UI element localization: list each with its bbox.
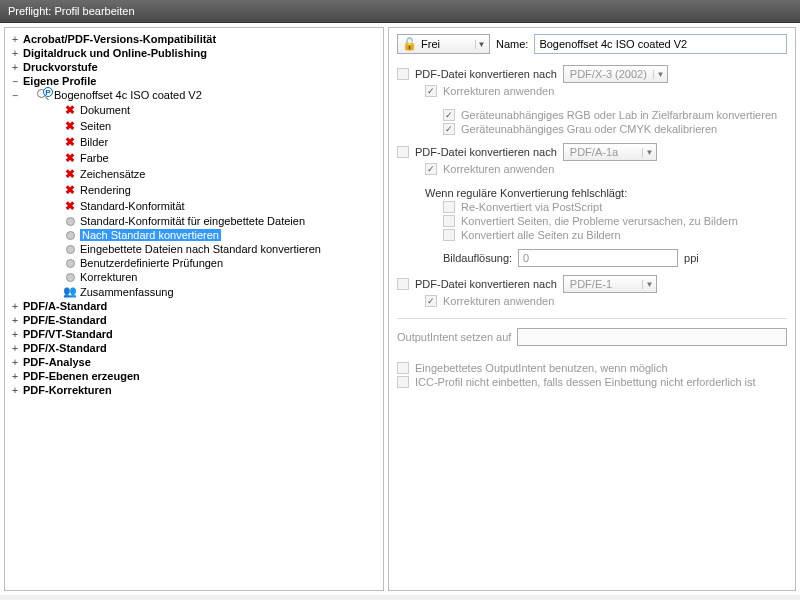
tree-group-pdf-ebenen[interactable]: +PDF-Ebenen erzeugen [5, 369, 383, 383]
dot-icon [66, 231, 75, 240]
tree-item-zusammenfassung[interactable]: 👥Zusammenfassung [5, 284, 383, 299]
tree-item-label: PDF-Korrekturen [23, 384, 112, 396]
select-pdfx-version[interactable]: PDF/X-3 (2002) ▼ [563, 65, 668, 83]
lock-value[interactable] [419, 37, 475, 51]
tree-item-standard-konf-emb[interactable]: Standard-Konformität für eingebettete Da… [5, 214, 383, 228]
tree-item-label: Digitaldruck und Online-Publishing [23, 47, 207, 59]
settings-panel: 🔓 ▼ Name: PDF-Datei konvertieren nach PD… [388, 27, 796, 591]
tree-item-label: Seiten [80, 120, 111, 132]
tree-group-pdf-korrekt[interactable]: +PDF-Korrekturen [5, 383, 383, 397]
checkbox-all-pages[interactable] [443, 229, 455, 241]
tree-group-acrobat[interactable]: +Acrobat/PDF-Versions-Kompatibilität [5, 32, 383, 46]
tree-item-label: PDF/VT-Standard [23, 328, 113, 340]
profile-name-input[interactable] [534, 34, 787, 54]
checkbox-problem-pages[interactable] [443, 215, 455, 227]
tree-item-korrekturen[interactable]: Korrekturen [5, 270, 383, 284]
expand-icon[interactable]: + [9, 343, 21, 354]
convert-pdfa-label: PDF-Datei konvertieren nach [415, 146, 557, 158]
select-pdfa-version[interactable]: PDF/A-1a ▼ [563, 143, 657, 161]
chevron-down-icon: ▼ [653, 70, 667, 79]
resolution-input[interactable] [518, 249, 678, 267]
checkbox-apply-corrections-e[interactable] [425, 295, 437, 307]
tree-item-label: Standard-Konformität [80, 200, 185, 212]
tree-item-label: Korrekturen [80, 271, 137, 283]
checkbox-reconvert-ps[interactable] [443, 201, 455, 213]
error-x-icon: ✖ [65, 167, 75, 181]
window-title: Preflight: Profil bearbeiten [8, 5, 135, 17]
tree-group-digitaldruck[interactable]: +Digitaldruck und Online-Publishing [5, 46, 383, 60]
tree-group-pdfx[interactable]: +PDF/X-Standard [5, 341, 383, 355]
checkbox-cmyk-decal[interactable] [443, 123, 455, 135]
tree-group-pdfvt[interactable]: +PDF/VT-Standard [5, 327, 383, 341]
collapse-icon[interactable]: − [9, 90, 21, 101]
error-x-icon: ✖ [65, 199, 75, 213]
unlock-icon: 🔓 [402, 37, 417, 51]
tree-item-standard-konf[interactable]: ✖Standard-Konformität [5, 198, 383, 214]
error-x-icon: ✖ [65, 119, 75, 133]
tree-item-label: Eigene Profile [23, 75, 96, 87]
profile-tree[interactable]: +Acrobat/PDF-Versions-Kompatibilität+Dig… [4, 27, 384, 591]
dot-icon [66, 245, 75, 254]
tree-group-druckvorstufe[interactable]: +Druckvorstufe [5, 60, 383, 74]
tree-item-eingebettete[interactable]: Eingebettete Dateien nach Standard konve… [5, 242, 383, 256]
divider [397, 318, 787, 319]
tree-item-dokument[interactable]: ✖Dokument [5, 102, 383, 118]
expand-icon[interactable]: + [9, 315, 21, 326]
profile-icon: P [37, 89, 51, 101]
tree-item-benutzerdef[interactable]: Benutzerdefinierte Prüfungen [5, 256, 383, 270]
expand-icon[interactable]: + [9, 385, 21, 396]
tree-item-label: Bilder [80, 136, 108, 148]
outputintent-input[interactable] [517, 328, 787, 346]
tree-group-pdf-analyse[interactable]: +PDF-Analyse [5, 355, 383, 369]
dot-icon [66, 273, 75, 282]
window-titlebar: Preflight: Profil bearbeiten [0, 0, 800, 23]
tree-item-nach-standard[interactable]: Nach Standard konvertieren [5, 228, 383, 242]
resolution-unit: ppi [684, 252, 699, 264]
chevron-down-icon: ▼ [642, 280, 656, 289]
outputintent-label: OutputIntent setzen auf [397, 331, 511, 343]
tree-item-seiten[interactable]: ✖Seiten [5, 118, 383, 134]
checkbox-convert-pdfe[interactable] [397, 278, 409, 290]
tree-item-label: PDF-Analyse [23, 356, 91, 368]
select-pdfe-version[interactable]: PDF/E-1 ▼ [563, 275, 657, 293]
tree-item-label: Druckvorstufe [23, 61, 98, 73]
tree-item-zeichensaetze[interactable]: ✖Zeichensätze [5, 166, 383, 182]
expand-icon[interactable]: + [9, 301, 21, 312]
tree-item-rendering[interactable]: ✖Rendering [5, 182, 383, 198]
tree-item-label: PDF/A-Standard [23, 300, 107, 312]
checkbox-rgb-convert[interactable] [443, 109, 455, 121]
checkbox-apply-corrections-a[interactable] [425, 163, 437, 175]
lock-selector[interactable]: 🔓 ▼ [397, 34, 490, 54]
tree-group-pdfa[interactable]: +PDF/A-Standard [5, 299, 383, 313]
tree-profile-node[interactable]: − P Bogenoffset 4c ISO coated V2 [5, 88, 383, 102]
tree-item-farbe[interactable]: ✖Farbe [5, 150, 383, 166]
checkbox-convert-pdfa[interactable] [397, 146, 409, 158]
chevron-down-icon[interactable]: ▼ [475, 40, 487, 49]
expand-icon[interactable]: − [9, 76, 21, 87]
expand-icon[interactable]: + [9, 62, 21, 73]
tree-group-pdfe[interactable]: +PDF/E-Standard [5, 313, 383, 327]
resolution-label: Bildauflösung: [443, 252, 512, 264]
expand-icon[interactable]: + [9, 48, 21, 59]
checkbox-embedded-oi[interactable] [397, 362, 409, 374]
checkbox-convert-pdfx[interactable] [397, 68, 409, 80]
expand-icon[interactable]: + [9, 329, 21, 340]
summary-icon: 👥 [63, 285, 77, 298]
chevron-down-icon: ▼ [642, 148, 656, 157]
tree-item-label: Zusammenfassung [80, 286, 174, 298]
tree-item-label: PDF/X-Standard [23, 342, 107, 354]
tree-item-label: Farbe [80, 152, 109, 164]
tree-item-label: Standard-Konformität für eingebettete Da… [80, 215, 305, 227]
tree-item-label: Benutzerdefinierte Prüfungen [80, 257, 223, 269]
tree-item-bilder[interactable]: ✖Bilder [5, 134, 383, 150]
expand-icon[interactable]: + [9, 357, 21, 368]
checkbox-icc-skip[interactable] [397, 376, 409, 388]
error-x-icon: ✖ [65, 103, 75, 117]
tree-item-label: Nach Standard konvertieren [80, 229, 221, 241]
dot-icon [66, 259, 75, 268]
tree-item-label: Zeichensätze [80, 168, 145, 180]
checkbox-apply-corrections[interactable] [425, 85, 437, 97]
expand-icon[interactable]: + [9, 34, 21, 45]
tree-group-eigene-profile[interactable]: −Eigene Profile [5, 74, 383, 88]
expand-icon[interactable]: + [9, 371, 21, 382]
